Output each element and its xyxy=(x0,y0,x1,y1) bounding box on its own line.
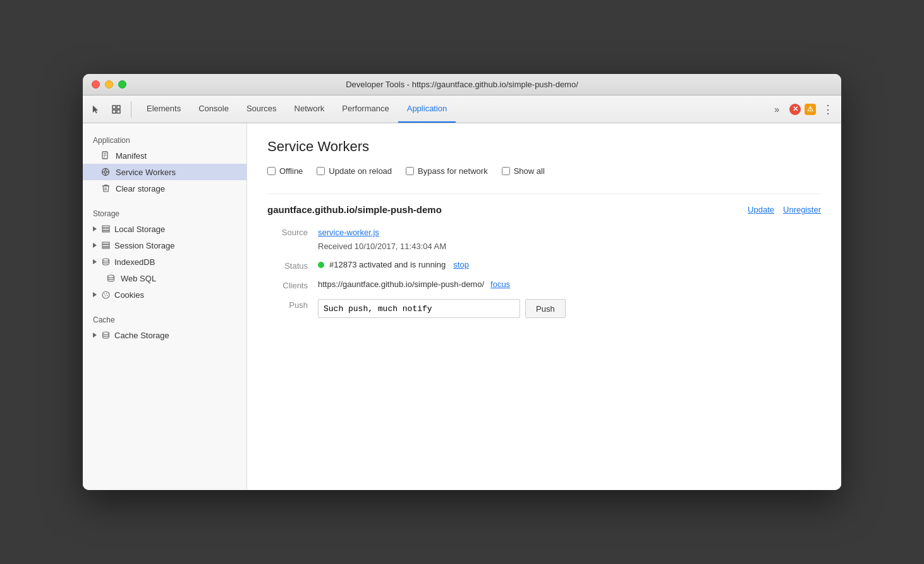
minimize-button[interactable] xyxy=(105,80,113,89)
local-storage-icon xyxy=(100,224,111,234)
svg-rect-3 xyxy=(117,110,120,113)
svg-rect-2 xyxy=(112,110,116,113)
sidebar-item-manifest[interactable]: Manifest xyxy=(83,147,246,164)
expand-cookies-icon xyxy=(93,292,97,297)
error-badge[interactable]: ✕ xyxy=(789,104,801,115)
offline-label: Offline xyxy=(279,166,303,176)
offline-checkbox-item[interactable]: Offline xyxy=(267,166,303,176)
traffic-lights xyxy=(92,80,126,89)
sidebar-item-session-storage[interactable]: Session Storage xyxy=(83,237,246,254)
local-storage-label: Local Storage xyxy=(114,224,165,234)
offline-checkbox[interactable] xyxy=(267,167,276,175)
update-on-reload-checkbox-item[interactable]: Update on reload xyxy=(317,166,392,176)
svg-rect-20 xyxy=(102,242,109,244)
bypass-for-network-checkbox-item[interactable]: Bypass for network xyxy=(406,166,488,176)
unregister-button[interactable]: Unregister xyxy=(783,205,821,214)
sidebar-app-section: Application xyxy=(83,131,246,147)
svg-point-26 xyxy=(104,293,105,295)
tab-application[interactable]: Application xyxy=(398,95,456,123)
checkboxes-row: Offline Update on reload Bypass for netw… xyxy=(267,166,821,176)
show-all-checkbox[interactable] xyxy=(502,167,510,175)
more-tabs-button[interactable]: » xyxy=(770,104,783,114)
focus-button[interactable]: focus xyxy=(490,279,510,289)
sidebar-item-local-storage[interactable]: Local Storage xyxy=(83,221,246,237)
warning-badge[interactable]: ⚠ xyxy=(805,104,816,115)
clear-storage-icon xyxy=(100,183,111,193)
bypass-for-network-label: Bypass for network xyxy=(418,166,488,176)
svg-rect-21 xyxy=(102,245,109,247)
sidebar: Application Manifest xyxy=(83,123,247,490)
svg-point-27 xyxy=(106,293,107,294)
panel-title: Service Workers xyxy=(267,138,821,155)
toolbar: Elements Console Sources Network Perform… xyxy=(83,95,841,123)
svg-point-9 xyxy=(104,171,107,173)
web-sql-icon xyxy=(106,273,116,283)
maximize-button[interactable] xyxy=(118,80,126,89)
sidebar-cache-section: Cache xyxy=(83,310,246,327)
push-button[interactable]: Push xyxy=(525,299,566,318)
source-value: service-worker.js Received 10/10/2017, 1… xyxy=(318,226,821,251)
manifest-icon xyxy=(100,150,111,161)
bypass-for-network-checkbox[interactable] xyxy=(406,167,414,175)
sidebar-item-clear-storage[interactable]: Clear storage xyxy=(83,180,246,197)
tab-performance[interactable]: Performance xyxy=(333,95,398,123)
update-on-reload-checkbox[interactable] xyxy=(317,167,325,175)
manifest-label: Manifest xyxy=(116,151,147,161)
service-workers-label: Service Workers xyxy=(116,168,176,177)
cursor-icon[interactable] xyxy=(88,101,104,118)
clients-row: https://gauntface.github.io/simple-push-… xyxy=(318,279,821,289)
tab-console[interactable]: Console xyxy=(190,95,238,123)
svg-point-28 xyxy=(104,295,106,297)
show-all-checkbox-item[interactable]: Show all xyxy=(502,166,545,176)
content-area: Application Manifest xyxy=(83,123,841,490)
svg-point-30 xyxy=(102,332,109,334)
cache-storage-icon xyxy=(100,330,111,340)
close-button[interactable] xyxy=(92,80,100,89)
received-text: Received 10/10/2017, 11:43:04 AM xyxy=(318,242,821,251)
sidebar-item-cookies[interactable]: Cookies xyxy=(83,286,246,303)
clear-storage-label: Clear storage xyxy=(116,184,165,193)
sw-actions: Update Unregister xyxy=(748,205,821,214)
sidebar-item-web-sql[interactable]: Web SQL xyxy=(83,270,246,286)
titlebar: Developer Tools - https://gauntface.gith… xyxy=(83,74,841,95)
service-worker-entry: gauntface.github.io/simple-push-demo Upd… xyxy=(267,193,821,318)
sidebar-item-cache-storage[interactable]: Cache Storage xyxy=(83,327,246,343)
sidebar-item-service-workers[interactable]: Service Workers xyxy=(83,164,246,180)
status-dot xyxy=(318,262,324,268)
tab-network[interactable]: Network xyxy=(286,95,334,123)
expand-session-storage-icon xyxy=(93,243,97,248)
svg-rect-17 xyxy=(102,226,109,228)
toolbar-right: ✕ ⚠ ⋮ xyxy=(789,102,836,116)
window-title: Developer Tools - https://gauntface.gith… xyxy=(346,80,578,89)
session-storage-label: Session Storage xyxy=(114,241,174,250)
expand-cache-storage-icon xyxy=(93,333,97,338)
sidebar-storage-section: Storage xyxy=(83,204,246,221)
inspect-icon[interactable] xyxy=(108,101,125,118)
nav-tabs: Elements Console Sources Network Perform… xyxy=(138,95,770,123)
indexeddb-icon xyxy=(100,257,111,267)
source-file-link[interactable]: service-worker.js xyxy=(318,228,379,237)
main-panel: Service Workers Offline Update on reload… xyxy=(247,123,841,490)
status-row: #12873 activated and is running stop xyxy=(318,260,821,269)
tab-sources[interactable]: Sources xyxy=(238,95,286,123)
svg-rect-19 xyxy=(102,231,109,232)
svg-rect-0 xyxy=(112,106,116,109)
svg-point-29 xyxy=(106,295,107,296)
tab-elements[interactable]: Elements xyxy=(138,95,190,123)
push-input[interactable] xyxy=(318,299,520,318)
service-workers-icon xyxy=(100,167,111,177)
update-button[interactable]: Update xyxy=(748,205,774,214)
indexeddb-label: IndexedDB xyxy=(114,257,155,267)
cache-storage-label: Cache Storage xyxy=(114,331,169,340)
clients-url: https://gauntface.github.io/simple-push-… xyxy=(318,279,484,289)
sidebar-item-indexeddb[interactable]: IndexedDB xyxy=(83,254,246,270)
update-on-reload-label: Update on reload xyxy=(329,166,392,176)
status-label: Status xyxy=(267,260,318,271)
push-label: Push xyxy=(267,299,318,310)
toolbar-icons xyxy=(88,101,131,118)
menu-button[interactable]: ⋮ xyxy=(820,102,836,116)
svg-point-24 xyxy=(107,275,114,278)
stop-button[interactable]: stop xyxy=(453,260,469,269)
sw-header: gauntface.github.io/simple-push-demo Upd… xyxy=(267,204,821,215)
svg-point-23 xyxy=(102,259,109,261)
